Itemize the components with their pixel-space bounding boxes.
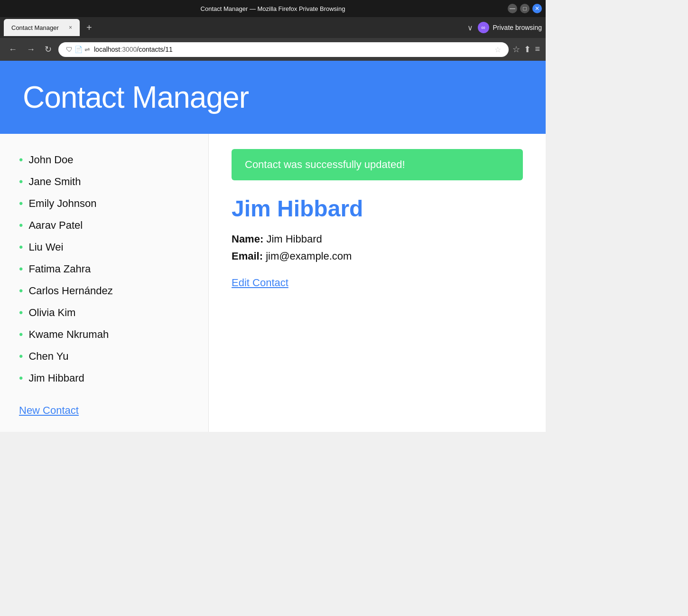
url-port: :3000 bbox=[120, 46, 137, 53]
email-value: jim@example.com bbox=[266, 250, 352, 262]
address-icons: 🛡 📄 ⇌ bbox=[66, 46, 90, 53]
name-value: Jim Hibbard bbox=[266, 233, 322, 245]
nav-right-buttons: ☆ ⬆ ≡ bbox=[512, 44, 540, 55]
tab-label: Contact Manager bbox=[11, 24, 59, 31]
contact-detail-panel: Contact was successfully updated! Jim Hi… bbox=[209, 134, 546, 432]
extensions-button[interactable]: ⬆ bbox=[524, 44, 531, 55]
close-button[interactable]: ✕ bbox=[532, 4, 542, 13]
page-header: Contact Manager bbox=[0, 61, 546, 134]
window-controls: — □ ✕ bbox=[508, 4, 542, 13]
list-item[interactable]: Aarav Patel bbox=[19, 215, 189, 236]
forward-button[interactable]: → bbox=[24, 43, 38, 56]
new-tab-button[interactable]: + bbox=[82, 22, 97, 33]
tab-dropdown-button[interactable]: ∨ bbox=[467, 23, 473, 32]
tab-close-button[interactable]: × bbox=[69, 24, 72, 31]
list-item[interactable]: Jane Smith bbox=[19, 171, 189, 193]
shield-icon: 🛡 bbox=[66, 46, 73, 53]
contacts-sidebar: John Doe Jane Smith Emily Johnson Aarav … bbox=[0, 134, 209, 432]
url-path: /contacts/11 bbox=[137, 46, 173, 53]
page-icon: 📄 bbox=[74, 46, 83, 53]
title-bar-text: Contact Manager — Mozilla Firefox Privat… bbox=[201, 5, 345, 12]
list-item[interactable]: Chen Yu bbox=[19, 345, 189, 367]
private-browsing-icon: ∞ bbox=[478, 22, 489, 33]
contact-name-heading: Jim Hibbard bbox=[232, 196, 523, 222]
name-label: Name: bbox=[232, 233, 263, 245]
edit-contact-link[interactable]: Edit Contact bbox=[232, 277, 288, 289]
list-item[interactable]: Fatima Zahra bbox=[19, 258, 189, 280]
url-text: localhost:3000/contacts/11 bbox=[94, 46, 491, 53]
minimize-button[interactable]: — bbox=[508, 4, 517, 13]
page-title: Contact Manager bbox=[23, 80, 523, 115]
new-contact-link[interactable]: New Contact bbox=[19, 404, 79, 416]
maximize-button[interactable]: □ bbox=[520, 4, 530, 13]
private-browsing-badge: ∞ Private browsing bbox=[478, 22, 542, 33]
private-browsing-label: Private browsing bbox=[493, 24, 542, 31]
email-label: Email: bbox=[232, 250, 263, 262]
tab-bar-right: ∨ ∞ Private browsing bbox=[467, 22, 542, 33]
list-item[interactable]: Olivia Kim bbox=[19, 302, 189, 324]
list-item[interactable]: Emily Johnson bbox=[19, 193, 189, 215]
page-content: John Doe Jane Smith Emily Johnson Aarav … bbox=[0, 134, 546, 432]
tracking-icon: ⇌ bbox=[84, 46, 90, 53]
tab-bar: Contact Manager × + ∨ ∞ Private browsing bbox=[0, 17, 546, 38]
url-host: localhost bbox=[94, 46, 120, 53]
bookmark-star-button[interactable]: ☆ bbox=[494, 45, 501, 54]
list-item[interactable]: John Doe bbox=[19, 149, 189, 171]
list-item[interactable]: Kwame Nkrumah bbox=[19, 324, 189, 345]
contact-email-field: Email: jim@example.com bbox=[232, 250, 523, 262]
menu-button[interactable]: ≡ bbox=[535, 44, 540, 55]
list-item[interactable]: Jim Hibbard bbox=[19, 367, 189, 389]
title-bar: Contact Manager — Mozilla Firefox Privat… bbox=[0, 0, 546, 17]
list-item[interactable]: Carlos Hernández bbox=[19, 280, 189, 302]
active-tab[interactable]: Contact Manager × bbox=[4, 19, 80, 36]
reload-button[interactable]: ↻ bbox=[42, 42, 55, 56]
list-item[interactable]: Liu Wei bbox=[19, 236, 189, 258]
contact-name-field: Name: Jim Hibbard bbox=[232, 233, 523, 245]
back-button[interactable]: ← bbox=[6, 43, 20, 56]
nav-bar: ← → ↻ 🛡 📄 ⇌ localhost:3000/contacts/11 ☆… bbox=[0, 38, 546, 61]
success-banner: Contact was successfully updated! bbox=[232, 149, 523, 180]
contact-list: John Doe Jane Smith Emily Johnson Aarav … bbox=[19, 149, 189, 389]
bookmarks-button[interactable]: ☆ bbox=[512, 44, 520, 55]
address-bar[interactable]: 🛡 📄 ⇌ localhost:3000/contacts/11 ☆ bbox=[58, 42, 509, 57]
